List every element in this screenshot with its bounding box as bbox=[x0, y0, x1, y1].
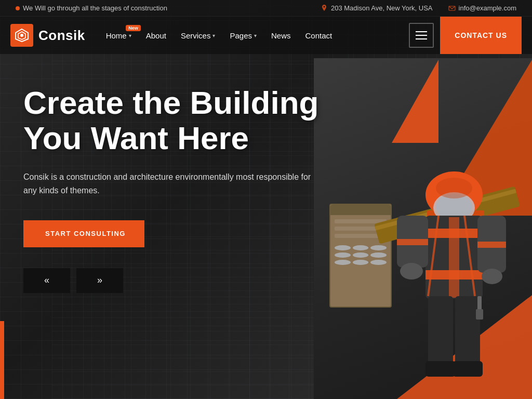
navbar: Consik New Home ▾ About Services ▾ Pages… bbox=[0, 17, 532, 54]
hero-content: Create the Building You Want Here Consik… bbox=[0, 54, 353, 247]
svg-rect-13 bbox=[477, 242, 506, 248]
nav-label-pages: Pages bbox=[230, 31, 252, 40]
start-consulting-button[interactable]: START CONSULTING bbox=[26, 220, 144, 247]
hamburger-line-3 bbox=[416, 38, 427, 39]
mail-icon bbox=[448, 5, 456, 12]
logo-text: Consik bbox=[38, 28, 85, 44]
svg-rect-19 bbox=[453, 361, 483, 377]
svg-rect-17 bbox=[455, 296, 480, 369]
nav-label-services: Services bbox=[181, 31, 211, 40]
svg-rect-16 bbox=[428, 296, 453, 369]
nav-item-home[interactable]: New Home ▾ bbox=[106, 31, 131, 40]
hamburger-button[interactable] bbox=[409, 23, 434, 48]
announcement-dot bbox=[16, 6, 20, 10]
nav-item-contact[interactable]: Contact bbox=[305, 31, 332, 40]
hamburger-line-1 bbox=[416, 31, 427, 32]
nav-item-pages[interactable]: Pages ▾ bbox=[230, 31, 257, 40]
top-bar-contact-info: 203 Madison Ave, New York, USA info@exam… bbox=[321, 4, 516, 12]
left-orange-accent bbox=[0, 321, 4, 399]
logo-icon bbox=[10, 24, 33, 47]
nav-label-news: News bbox=[271, 31, 291, 40]
worker-illustration bbox=[345, 104, 522, 395]
hero-title: Create the Building You Want Here bbox=[23, 85, 330, 156]
nav-label-home: Home bbox=[106, 31, 127, 40]
pages-chevron-icon: ▾ bbox=[254, 33, 257, 38]
logo[interactable]: Consik bbox=[10, 24, 85, 47]
top-bar-announcement: We Will go through all the stages of con… bbox=[16, 4, 167, 12]
hero-subtitle: Consik is a construction and architectur… bbox=[23, 170, 314, 197]
nav-item-home-badge: New bbox=[126, 25, 141, 31]
hero-title-line1: Create the Building bbox=[23, 85, 318, 121]
cta-wrapper: START CONSULTING bbox=[23, 220, 330, 247]
address-item: 203 Madison Ave, New York, USA bbox=[321, 4, 433, 12]
svg-point-24 bbox=[436, 178, 472, 198]
svg-point-28 bbox=[20, 34, 23, 37]
contact-us-button[interactable]: CONTACT US bbox=[440, 17, 522, 54]
slider-nav: « » bbox=[0, 268, 532, 293]
svg-rect-18 bbox=[425, 361, 456, 377]
announcement-text: We Will go through all the stages of con… bbox=[23, 4, 167, 12]
address-text: 203 Madison Ave, New York, USA bbox=[331, 4, 433, 12]
hero-title-line2: You Want Here bbox=[23, 120, 249, 156]
nav-links: New Home ▾ About Services ▾ Pages ▾ News… bbox=[106, 31, 409, 40]
nav-label-contact: Contact bbox=[305, 31, 332, 40]
prev-slide-button[interactable]: « bbox=[23, 268, 70, 293]
svg-rect-12 bbox=[397, 239, 428, 245]
nav-right: CONTACT US bbox=[409, 17, 522, 54]
nav-item-services[interactable]: Services ▾ bbox=[181, 31, 216, 40]
logo-svg bbox=[15, 28, 29, 43]
svg-rect-23 bbox=[476, 309, 483, 320]
top-bar: We Will go through all the stages of con… bbox=[0, 0, 532, 17]
home-chevron-icon: ▾ bbox=[129, 33, 131, 38]
email-item: info@example.com bbox=[448, 4, 516, 12]
next-slide-button[interactable]: » bbox=[76, 268, 123, 293]
nav-label-about: About bbox=[146, 31, 166, 40]
nav-item-news[interactable]: News bbox=[271, 31, 291, 40]
hamburger-line-2 bbox=[416, 35, 427, 36]
nav-item-about[interactable]: About bbox=[146, 31, 166, 40]
services-chevron-icon: ▾ bbox=[212, 33, 215, 38]
email-text: info@example.com bbox=[459, 4, 516, 12]
pin-icon bbox=[321, 5, 328, 12]
